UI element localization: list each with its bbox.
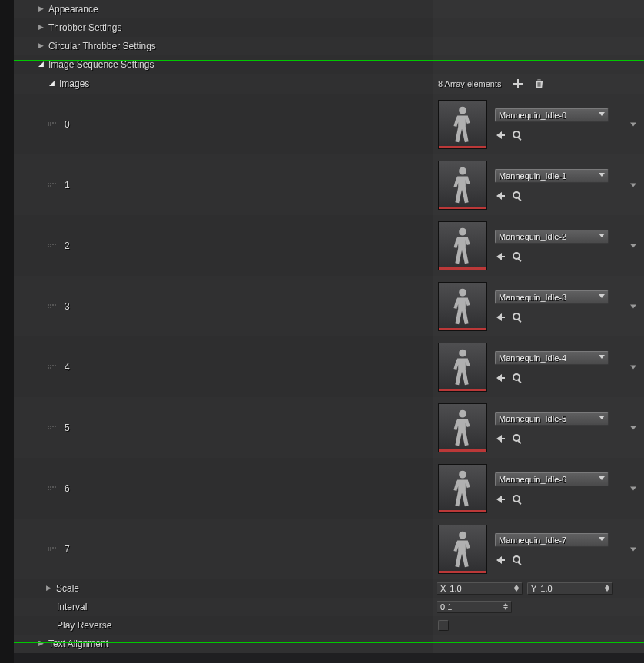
array-element-row: 4 Mannequin_Idle-4 [14,336,644,397]
spinner-arrows-icon[interactable] [513,584,520,592]
property-label: Scale [56,584,79,593]
clear-array-button[interactable] [534,78,545,89]
use-selected-button[interactable] [495,130,506,141]
spinner-arrows-icon[interactable] [604,584,610,592]
element-options-button[interactable] [630,426,636,429]
property-scale[interactable]: ▶ Scale X 1.0 Y 1.0 [14,579,644,598]
use-selected-button[interactable] [495,191,506,201]
element-index: 1 [65,181,70,190]
category-appearance[interactable]: ▶ Appearance [14,0,644,18]
interval-input[interactable]: 0.1 [437,601,512,613]
category-label: Appearance [48,5,98,14]
asset-thumbnail[interactable] [438,161,487,210]
drag-handle-icon[interactable] [48,119,57,130]
property-label: Images [59,79,89,88]
asset-dropdown[interactable]: Mannequin_Idle-1 [495,169,609,183]
expand-icon: ▶ [38,24,44,31]
use-selected-button[interactable] [495,312,506,323]
value: 1.0 [450,584,461,593]
browse-to-asset-button[interactable] [512,373,523,383]
browse-to-asset-button[interactable] [512,130,523,141]
drag-handle-icon[interactable] [48,180,57,191]
play-reverse-checkbox[interactable] [438,620,449,631]
browse-to-asset-button[interactable] [512,191,523,201]
svg-point-4 [513,192,520,198]
browse-to-asset-button[interactable] [512,312,523,323]
drop-marker-bottom [14,642,644,643]
use-selected-button[interactable] [495,433,506,444]
use-selected-button[interactable] [495,251,506,262]
scale-y-input[interactable]: Y 1.0 [527,582,613,595]
drag-handle-icon[interactable] [48,483,57,494]
element-index: 5 [65,423,70,433]
asset-thumbnail[interactable] [438,343,487,392]
chevron-down-icon [599,173,605,177]
asset-thumbnail[interactable] [438,525,487,574]
asset-name: Mannequin_Idle-6 [499,475,566,484]
element-options-button[interactable] [630,183,636,187]
use-selected-button[interactable] [495,494,506,505]
asset-thumbnail[interactable] [438,221,487,270]
asset-dropdown[interactable]: Mannequin_Idle-6 [495,472,609,486]
drag-handle-icon[interactable] [48,362,57,373]
element-options-button[interactable] [630,365,636,369]
asset-thumbnail[interactable] [438,100,487,149]
svg-rect-5 [518,197,522,201]
category-label: Circular Throbber Settings [48,41,156,51]
drag-handle-icon[interactable] [48,301,57,312]
element-index: 3 [65,302,70,311]
asset-thumbnail[interactable] [438,403,487,452]
asset-dropdown[interactable]: Mannequin_Idle-3 [495,290,609,304]
svg-rect-0 [538,82,539,87]
images-array-header[interactable]: ◢ Images 8 Array elements [14,74,644,94]
svg-point-6 [513,253,520,259]
svg-point-12 [513,435,520,441]
asset-thumbnail[interactable] [438,464,487,513]
chevron-down-icon [599,234,605,237]
drag-handle-icon[interactable] [48,240,57,251]
svg-rect-1 [539,82,540,87]
use-selected-button[interactable] [495,373,506,383]
property-label: Play Reverse [57,621,111,630]
asset-dropdown[interactable]: Mannequin_Idle-0 [495,108,609,122]
element-options-button[interactable] [630,547,636,551]
svg-rect-11 [518,380,522,383]
asset-name: Mannequin_Idle-2 [499,232,566,241]
asset-dropdown[interactable]: Mannequin_Idle-5 [495,412,609,426]
category-image-sequence[interactable]: ◢ Image Sequence Settings [14,55,644,74]
expand-icon: ▶ [38,5,44,12]
browse-to-asset-button[interactable] [512,494,523,505]
element-index: 7 [65,545,70,554]
category-text-alignment[interactable]: ▶ Text Alignment [14,635,644,653]
array-element-row: 3 Mannequin_Idle-3 [14,276,644,336]
element-options-button[interactable] [630,122,636,126]
asset-name: Mannequin_Idle-3 [499,293,566,302]
asset-dropdown[interactable]: Mannequin_Idle-2 [495,230,609,244]
element-options-button[interactable] [630,486,636,490]
asset-dropdown[interactable]: Mannequin_Idle-4 [495,351,609,365]
array-element-row: 2 Mannequin_Idle-2 [14,215,644,276]
drag-handle-icon[interactable] [48,544,57,555]
asset-dropdown[interactable]: Mannequin_Idle-7 [495,533,609,547]
chevron-down-icon [599,355,605,359]
add-element-button[interactable] [513,78,523,89]
chevron-down-icon [599,112,605,116]
axis-prefix: X [440,584,446,593]
svg-rect-9 [518,319,522,323]
category-circular-throbber[interactable]: ▶ Circular Throbber Settings [14,37,644,55]
spinner-arrows-icon[interactable] [503,602,509,610]
array-element-row: 0 Mannequin_Idle-0 [14,94,644,154]
value: 0.1 [440,602,452,612]
asset-thumbnail[interactable] [438,282,487,331]
use-selected-button[interactable] [495,555,506,565]
element-options-button[interactable] [630,244,636,247]
scale-x-input[interactable]: X 1.0 [437,582,523,595]
drag-handle-icon[interactable] [48,423,57,433]
element-options-button[interactable] [630,304,636,308]
category-throbber[interactable]: ▶ Throbber Settings [14,18,644,37]
browse-to-asset-button[interactable] [512,555,523,565]
browse-to-asset-button[interactable] [512,433,523,444]
browse-to-asset-button[interactable] [512,251,523,262]
svg-point-14 [513,496,520,502]
asset-name: Mannequin_Idle-0 [499,111,566,120]
